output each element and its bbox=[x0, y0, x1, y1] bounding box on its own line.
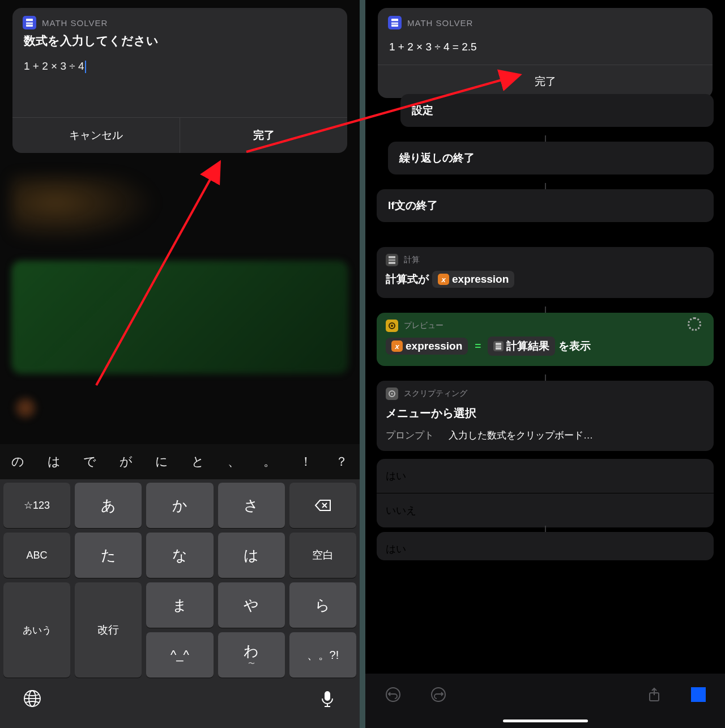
candidate[interactable]: の bbox=[0, 444, 36, 479]
dialog-app-name: MATH SOLVER bbox=[407, 18, 473, 28]
svg-point-10 bbox=[432, 688, 445, 701]
action-if-end[interactable]: If文の終了 bbox=[377, 189, 714, 222]
key-sa[interactable]: さ bbox=[218, 483, 285, 528]
menu-option-yes[interactable]: はい bbox=[377, 459, 714, 493]
action-calculate[interactable]: 計算 計算式が x expression bbox=[377, 247, 714, 298]
key-ha[interactable]: は bbox=[218, 533, 285, 578]
variable-expression[interactable]: x expression bbox=[386, 338, 468, 355]
action-preview[interactable]: プレビュー x expression = 計算結果 を表示 bbox=[377, 313, 714, 366]
key-ya[interactable]: や bbox=[218, 582, 285, 628]
play-button[interactable] bbox=[691, 687, 706, 702]
done-button[interactable]: 完了 bbox=[180, 118, 347, 153]
prompt-label: プロンプト bbox=[386, 429, 434, 442]
key-ka[interactable]: か bbox=[146, 483, 213, 528]
key-aiu[interactable]: あいう bbox=[3, 582, 70, 678]
key-star123[interactable]: ☆123 bbox=[3, 483, 70, 528]
action-settei[interactable]: 設定 bbox=[400, 94, 714, 127]
input-dialog: MATH SOLVER 数式を入力してください 1 + 2 × 3 ÷ 4 キャ… bbox=[12, 8, 347, 153]
variable-expression[interactable]: x expression bbox=[432, 271, 514, 288]
right-phone-screenshot: MATH SOLVER 1 + 2 × 3 ÷ 4 = 2.5 完了 設定 繰り… bbox=[365, 0, 725, 728]
text-cursor bbox=[85, 61, 86, 73]
candidate[interactable]: ！ bbox=[288, 444, 324, 479]
dialog-title: 数式を入力してください bbox=[12, 33, 347, 57]
share-icon[interactable] bbox=[646, 686, 663, 703]
svg-rect-3 bbox=[325, 691, 330, 701]
candidate[interactable]: と bbox=[180, 444, 216, 479]
candidate[interactable]: 。 bbox=[252, 444, 288, 479]
preview-icon bbox=[386, 320, 398, 332]
variable-icon: x bbox=[438, 274, 449, 285]
candidate[interactable]: ？ bbox=[324, 444, 360, 479]
action-repeat-end[interactable]: 繰り返しの終了 bbox=[388, 142, 714, 174]
key-na[interactable]: な bbox=[146, 533, 213, 578]
expression-text-field[interactable]: 1 + 2 × 3 ÷ 4 bbox=[12, 57, 347, 117]
key-ta[interactable]: た bbox=[75, 533, 142, 578]
ime-candidate-bar[interactable]: の は で が に と 、 。 ！ ？ bbox=[0, 444, 360, 479]
menu-options-list-2: はい bbox=[377, 532, 714, 560]
candidate[interactable]: は bbox=[36, 444, 72, 479]
cancel-button[interactable]: キャンセル bbox=[12, 118, 180, 153]
result-dialog: MATH SOLVER 1 + 2 × 3 ÷ 4 = 2.5 完了 bbox=[378, 8, 713, 98]
left-phone-screenshot: MATH SOLVER 数式を入力してください 1 + 2 × 3 ÷ 4 キャ… bbox=[0, 0, 360, 728]
calc-result-icon bbox=[493, 341, 504, 351]
space-key[interactable]: 空白 bbox=[289, 533, 356, 578]
key-abc[interactable]: ABC bbox=[3, 533, 70, 578]
result-text: 1 + 2 × 3 ÷ 4 = 2.5 bbox=[378, 33, 713, 65]
menu-options-list: はい いいえ bbox=[377, 459, 714, 527]
result-done-button[interactable]: 完了 bbox=[378, 65, 713, 98]
key-a[interactable]: あ bbox=[75, 483, 142, 528]
candidate[interactable]: に bbox=[144, 444, 180, 479]
svg-point-9 bbox=[386, 688, 400, 701]
key-punct[interactable]: 、。?! bbox=[289, 632, 356, 678]
key-ma[interactable]: ま bbox=[146, 582, 213, 628]
enter-key[interactable]: 改行 bbox=[75, 582, 142, 678]
calculator-icon bbox=[386, 254, 398, 266]
home-indicator[interactable] bbox=[503, 720, 588, 722]
backspace-icon bbox=[314, 499, 331, 512]
backspace-key[interactable] bbox=[289, 483, 356, 528]
spinner-icon bbox=[688, 317, 701, 331]
mic-icon[interactable] bbox=[318, 689, 337, 708]
svg-point-6 bbox=[391, 325, 393, 327]
candidate[interactable]: が bbox=[108, 444, 144, 479]
prompt-value[interactable]: 入力した数式をクリップボード… bbox=[449, 429, 593, 442]
menu-option-yes-2[interactable]: はい bbox=[377, 532, 714, 560]
globe-icon[interactable] bbox=[23, 689, 42, 708]
calculator-app-icon bbox=[23, 16, 36, 29]
key-emoticon[interactable]: ^_^ bbox=[146, 632, 213, 678]
shortcuts-action-list[interactable]: 設定 繰り返しの終了 If文の終了 計算 計算式が x expression bbox=[377, 94, 714, 560]
gear-icon bbox=[386, 388, 398, 400]
keyboard-bottom-bar bbox=[0, 679, 360, 728]
action-menu-select[interactable]: スクリプティング メニューから選択 プロンプト 入力した数式をクリップボード… bbox=[377, 381, 714, 451]
key-wa[interactable]: わ 〜 bbox=[218, 632, 285, 678]
variable-calc-result[interactable]: 計算結果 bbox=[488, 337, 555, 356]
key-ra[interactable]: ら bbox=[289, 582, 356, 628]
dialog-app-name: MATH SOLVER bbox=[42, 18, 108, 28]
menu-option-no[interactable]: いいえ bbox=[377, 493, 714, 527]
expression-text: 1 + 2 × 3 ÷ 4 bbox=[24, 60, 84, 72]
variable-icon: x bbox=[391, 340, 403, 352]
svg-point-8 bbox=[391, 393, 393, 395]
candidate[interactable]: で bbox=[72, 444, 108, 479]
candidate[interactable]: 、 bbox=[216, 444, 252, 479]
calculator-app-icon bbox=[388, 16, 402, 29]
undo-icon[interactable] bbox=[385, 686, 402, 703]
redo-icon[interactable] bbox=[430, 686, 447, 703]
